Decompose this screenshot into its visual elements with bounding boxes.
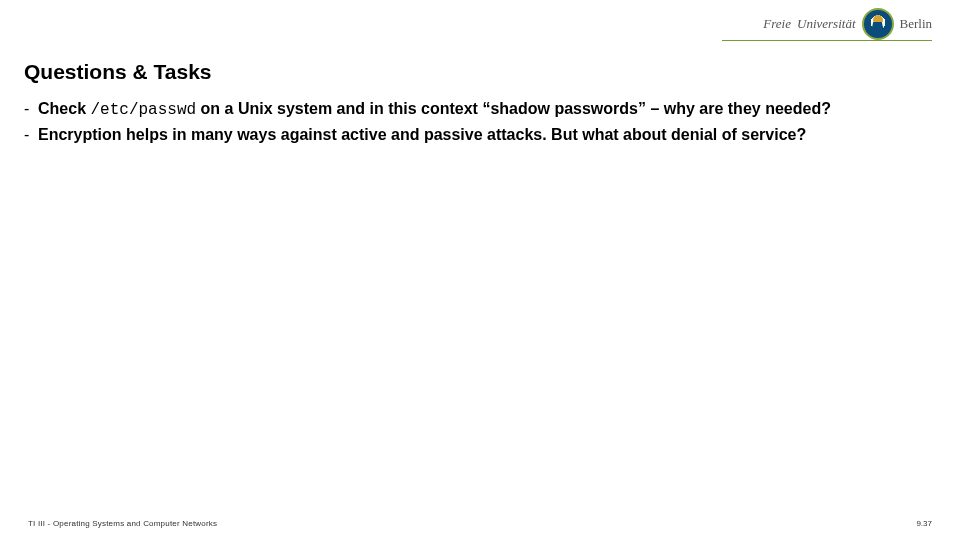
brand-underline: [722, 40, 932, 41]
bullet-tail: on a Unix system and in this context “sh…: [196, 100, 831, 117]
bullet-text: Check /etc/passwd on a Unix system and i…: [38, 98, 831, 122]
bullet-dash-icon: -: [24, 124, 38, 146]
bullet-lead: Encryption helps in many ways against ac…: [38, 126, 806, 143]
university-seal-icon: [862, 8, 894, 40]
bullet-list: - Check /etc/passwd on a Unix system and…: [24, 98, 932, 149]
slide-title: Questions & Tasks: [24, 60, 212, 84]
bullet-text: Encryption helps in many ways against ac…: [38, 124, 806, 148]
footer-page-number: 9.37: [916, 519, 932, 528]
brand-word-berlin: Berlin: [900, 16, 933, 32]
list-item: - Encryption helps in many ways against …: [24, 124, 932, 148]
list-item: - Check /etc/passwd on a Unix system and…: [24, 98, 932, 122]
bullet-dash-icon: -: [24, 98, 38, 120]
bullet-lead: Check: [38, 100, 90, 117]
brand-word-universitaet: Universität: [797, 16, 856, 32]
bullet-code: /etc/passwd: [90, 101, 196, 119]
brand-header: Freie Universität Berlin: [763, 8, 932, 40]
brand-word-freie: Freie: [763, 16, 791, 32]
footer-course: TI III - Operating Systems and Computer …: [28, 519, 217, 528]
